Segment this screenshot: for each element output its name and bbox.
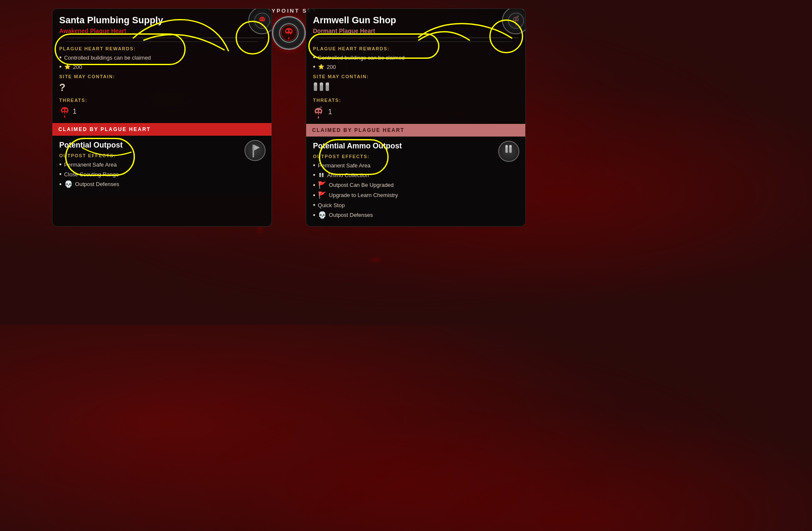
left-outpost-effects-header: OUTPOST EFFECTS:	[59, 153, 265, 158]
svg-rect-13	[262, 21, 264, 23]
svg-rect-30	[516, 21, 518, 23]
left-claimed-banner: CLAIMED BY PLAGUE HEART	[52, 123, 272, 136]
left-effect-2: Close Scouting Range	[59, 170, 265, 178]
right-reward-2: ⭐ 200	[313, 63, 518, 71]
left-rewards-list: Controlled buildings can be claimed ⭐ 20…	[59, 54, 265, 71]
svg-point-45	[316, 110, 318, 112]
svg-point-16	[260, 18, 261, 19]
left-plague-heart-status: Awakened Plague Heart	[59, 27, 265, 38]
svg-point-17	[263, 18, 263, 19]
svg-rect-21	[65, 112, 67, 115]
svg-rect-12	[260, 21, 262, 23]
left-effects-list: Permanent Safe Area Close Scouting Range…	[59, 161, 265, 188]
left-effect-3: 💀 Outpost Defenses	[59, 180, 265, 188]
right-outpost-effects-header: OUTPOST EFFECTS:	[313, 154, 518, 159]
cards-container: Santa Plumbing Supply Awakened Plague He…	[8, 8, 569, 227]
right-outpost-icon	[498, 141, 519, 162]
left-threat-item: 1	[59, 105, 265, 118]
svg-text:zz: zz	[320, 106, 322, 108]
svg-rect-24	[252, 145, 254, 157]
right-effect-4: 🚩 Upgrade to Learn Chemistry	[313, 191, 518, 199]
left-outpost-title: Potential Outpost	[59, 141, 265, 150]
right-effect-1: Permanent Safe Area	[313, 161, 518, 169]
svg-point-46	[319, 110, 321, 112]
svg-rect-44	[319, 113, 321, 115]
svg-rect-48	[505, 145, 508, 148]
right-outpost-title: Potential Ammo Outpost	[313, 142, 518, 151]
svg-rect-35	[314, 82, 317, 85]
left-reward-2: ⭐ 200	[59, 63, 265, 71]
left-reward-1: Controlled buildings can be claimed	[59, 54, 265, 61]
right-threat-skull-icon: zz	[313, 105, 326, 119]
right-card-top: Armwell Gun Shop Dormant Plague Heart PL…	[306, 9, 525, 124]
left-site-contain-header: SITE MAY CONTAIN:	[59, 74, 265, 79]
right-outpost-section: Potential Ammo Outpost OUTPOST EFFECTS: …	[306, 137, 525, 226]
svg-marker-25	[254, 145, 260, 151]
right-plague-heart-status: Dormant Plague Heart	[313, 27, 518, 38]
left-threats-header: THREATS:	[59, 98, 265, 103]
left-card-title: Santa Plumbing Supply	[59, 15, 265, 26]
right-card: zz Armwell Gun Shop Dormant Plague Heart…	[306, 8, 526, 227]
right-site-content	[313, 82, 518, 93]
left-site-content: ?	[59, 82, 265, 93]
right-threat-item: zz 1	[313, 105, 518, 119]
right-threats-header: THREATS:	[313, 98, 518, 103]
left-card: Santa Plumbing Supply Awakened Plague He…	[52, 8, 272, 227]
ammo-icons-svg	[313, 82, 338, 93]
svg-point-22	[62, 109, 64, 111]
svg-point-31	[514, 18, 516, 20]
svg-rect-37	[320, 82, 323, 85]
right-rewards-list: Controlled buildings can be claimed ⭐ 20…	[313, 54, 518, 71]
right-effects-list: Permanent Safe Area Ammo Collection 🚩	[313, 161, 518, 219]
svg-rect-54	[322, 173, 324, 175]
right-threat-count: 1	[328, 108, 332, 116]
left-threat-count: 1	[73, 108, 77, 115]
svg-rect-43	[316, 113, 318, 115]
ammo-effect-icon	[318, 172, 325, 178]
svg-point-32	[516, 18, 518, 20]
left-rewards-header: PLAGUE HEART REWARDS:	[59, 46, 265, 51]
svg-rect-20	[63, 112, 64, 115]
right-rewards-header: PLAGUE HEART REWARDS:	[313, 46, 518, 51]
svg-point-23	[65, 109, 67, 111]
right-card-title: Armwell Gun Shop	[313, 15, 518, 26]
right-effect-3: 🚩 Outpost Can Be Upgraded	[313, 181, 518, 189]
left-outpost-section: Potential Outpost OUTPOST EFFECTS: Perma…	[52, 136, 272, 195]
left-effect-1: Permanent Safe Area	[59, 161, 265, 168]
left-outpost-icon	[244, 140, 266, 161]
svg-text:zz: zz	[517, 15, 519, 17]
svg-rect-50	[509, 145, 512, 148]
right-effect-2: Ammo Collection	[313, 171, 518, 179]
right-claimed-banner: CLAIMED BY PLAGUE HEART	[306, 124, 525, 137]
right-reward-1: Controlled buildings can be claimed	[313, 54, 518, 61]
left-card-top: Santa Plumbing Supply Awakened Plague He…	[52, 9, 272, 123]
svg-rect-29	[514, 21, 516, 23]
right-effect-6: 💀 Outpost Defenses	[313, 211, 518, 219]
svg-rect-52	[319, 173, 321, 175]
svg-rect-39	[326, 82, 329, 85]
game-scene: WAYPOINT SET	[0, 0, 578, 325]
left-threat-skull-icon	[59, 105, 70, 118]
right-effect-5: Quick Stop	[313, 201, 518, 209]
right-site-contain-header: SITE MAY CONTAIN:	[313, 74, 518, 79]
